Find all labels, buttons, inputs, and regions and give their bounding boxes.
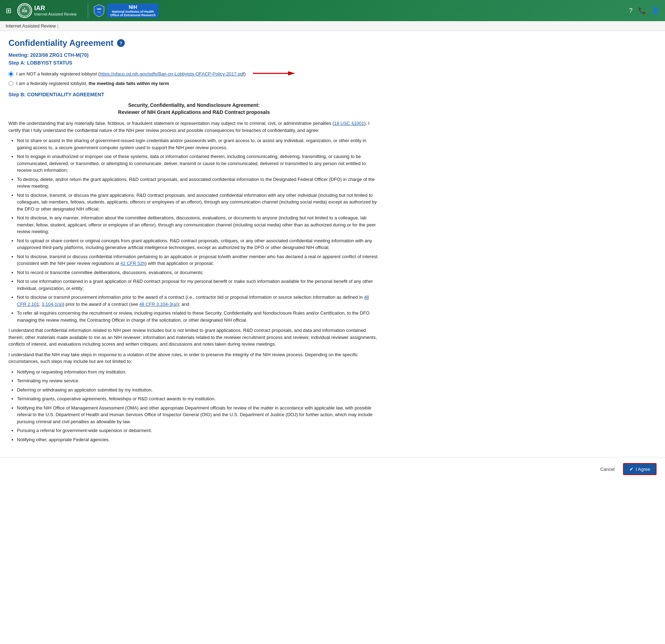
nih-logo: NIH HHS NIH National Institutes of Healt… [88, 4, 158, 18]
svg-text:RA: RA [22, 9, 27, 13]
svg-text:NIH: NIH [97, 8, 101, 10]
bullet2-item-3: Deferring or withdrawing an application … [17, 387, 379, 394]
page-title-text: Confidentiality Agreement [8, 38, 114, 48]
bullet2-item-7: Notifying other, appropriate Federal age… [17, 436, 379, 443]
iar-full-name: Internet Assisted Review [34, 12, 77, 16]
agree-button[interactable]: ✔ I Agree [623, 463, 657, 475]
cfr-3104-link[interactable]: 3.104-1(a) [42, 302, 63, 307]
is-lobbyist-radio[interactable] [8, 81, 13, 86]
bullet2-item-5: Notifying the NIH Office of Management A… [17, 405, 379, 425]
step-b-label: Step B: CONFIDENTIALITY AGREEMENT [8, 92, 379, 97]
agreement-body: With the understanding that any material… [8, 120, 379, 443]
agreement-bullet-list-2: Notifying or requesting information from… [17, 369, 379, 443]
svg-text:HHS: HHS [98, 11, 101, 13]
step-a-label: Step A: LOBBYIST STATUS [8, 60, 379, 66]
not-lobbyist-radio[interactable] [8, 72, 13, 77]
bullet-item-5: Not to disclose, in any manner, informat… [17, 214, 379, 235]
bullet-item-9: Not to use information contained in a gr… [17, 278, 379, 292]
nih-text-badge: NIH National Institutes of Health Office… [107, 4, 158, 18]
nih-office: Office of Extramural Research [110, 13, 155, 17]
era-circle-logo: e RA [17, 3, 32, 18]
footer-actions: Cancel ✔ I Agree [0, 457, 665, 481]
apps-grid-icon[interactable]: ⊞ [6, 6, 12, 15]
user-icon[interactable]: 👤 [652, 7, 659, 14]
iar-acronym: IAR [34, 5, 77, 12]
phone-icon[interactable]: 📞 [638, 7, 646, 14]
agree-label: I Agree [636, 467, 650, 472]
bullet-item-7: Not to disclose, transmit or discuss con… [17, 253, 379, 267]
bullet2-item-4: Terminating grants, cooperative agreemen… [17, 395, 379, 402]
radio-row-not-lobbyist: I am NOT a federally registered lobbyist… [8, 69, 379, 79]
bullet-item-1: Not to share or assist in the sharing of… [17, 137, 379, 151]
cfr-52h-link[interactable]: 42 CFR 52h [120, 261, 145, 266]
bullet-item-8: Not to record or transcribe committee de… [17, 269, 379, 276]
agreement-box: Security, Confidentiality, and Nondisclo… [8, 102, 379, 443]
meeting-info: Meeting: 2023/08 ZRG1 CTH-M(70) [8, 52, 379, 58]
check-icon: ✔ [629, 466, 634, 472]
agreement-bullet-list-1: Not to share or assist in the sharing of… [17, 137, 379, 323]
is-lobbyist-label: I am a federally registered lobbyist, th… [16, 81, 169, 86]
understanding-para-2: I understand that the NIH may take steps… [8, 351, 379, 365]
header-left: ⊞ e RA IAR Internet Assisted Review NIH … [6, 3, 159, 18]
usc-link[interactable]: 18 USC §1001 [334, 121, 364, 126]
title-help-button[interactable]: ? [117, 39, 125, 47]
nih-acronym: NIH [129, 4, 137, 10]
bullet-item-4: Not to disclose, transmit, or discuss th… [17, 192, 379, 213]
app-header: ⊞ e RA IAR Internet Assisted Review NIH … [0, 0, 665, 21]
header-right: ? 📞 👤 [629, 7, 659, 14]
cancel-button[interactable]: Cancel [596, 464, 618, 474]
bullet-item-3: To destroy, delete, and/or return the gr… [17, 176, 379, 190]
nih-shield-icon: NIH HHS [94, 4, 104, 17]
bullet-item-10: Not to disclose or transmit procurement … [17, 294, 379, 308]
svg-marker-6 [288, 71, 295, 75]
bullet-item-2: Not to engage in unauthorized or imprope… [17, 153, 379, 174]
bullet-item-11: To refer all inquiries concerning the re… [17, 310, 379, 323]
intro-paragraph: With the understanding that any material… [8, 120, 379, 134]
red-arrow-graphic [253, 69, 295, 78]
cfr-2101-link[interactable]: 48 CFR 2.101 [17, 294, 369, 307]
help-icon[interactable]: ? [629, 7, 633, 14]
cfr-3104-3a-link[interactable]: 48 CFR 3.104-3(a) [139, 302, 177, 307]
understanding-para-1: I understand that confidential informati… [8, 327, 379, 348]
bullet2-item-6: Pursuing a referral for government-wide … [17, 427, 379, 434]
lobbyist-policy-link[interactable]: https://ofacp.od.nih.gov/pdfs/Ban-on-Lob… [100, 71, 244, 77]
not-lobbyist-label: I am NOT a federally registered lobbyist… [16, 71, 246, 77]
bullet-item-6: Not to upload or share content or origin… [17, 237, 379, 251]
agreement-title-1: Security, Confidentiality, and Nondisclo… [8, 102, 379, 108]
era-logo: e RA IAR Internet Assisted Review [17, 3, 77, 18]
bullet2-item-2: Terminating my review service. [17, 377, 379, 384]
bullet2-item-1: Notifying or requesting information from… [17, 369, 379, 376]
breadcrumb-separator: | [57, 23, 58, 29]
agreement-title-2: Reviewer of NIH Grant Applications and R… [8, 109, 379, 115]
breadcrumb: Internet Assisted Review | [0, 21, 665, 31]
arrow-annotation [253, 69, 295, 79]
breadcrumb-item-1[interactable]: Internet Assisted Review [6, 23, 56, 29]
page-title-container: Confidentiality Agreement ? [8, 38, 379, 48]
lobbyist-term-bold: the meeting date falls within my term [89, 81, 169, 86]
radio-row-lobbyist: I am a federally registered lobbyist, th… [8, 81, 379, 86]
nih-full-name: National Institutes of Health [112, 10, 154, 13]
main-content: Confidentiality Agreement ? Meeting: 202… [0, 31, 388, 454]
iar-logo-text: IAR Internet Assisted Review [34, 5, 77, 16]
lobbyist-radio-group: I am NOT a federally registered lobbyist… [8, 69, 379, 86]
